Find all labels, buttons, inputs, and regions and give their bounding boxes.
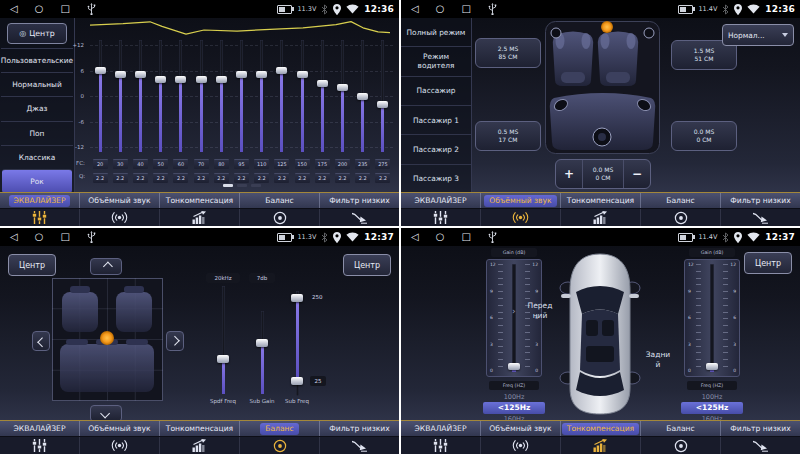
home-icon[interactable]: ○ [436, 232, 445, 242]
surround-mode-item[interactable]: Полный режим [401, 18, 471, 46]
fader-up-button[interactable] [90, 258, 122, 275]
surround-mode-item[interactable]: Пассажир 1 [401, 105, 471, 134]
eq-band-thumb[interactable] [357, 93, 368, 100]
eq-band-thumb[interactable] [155, 76, 166, 83]
front-left-delay-button[interactable]: 2.5 MS 85 CM [475, 38, 541, 68]
surround-mode-item[interactable]: Пассажир [401, 76, 471, 105]
balance-center-left-button[interactable]: Центр [8, 254, 56, 276]
freq-option[interactable]: <125Hz [681, 402, 743, 414]
eq-band-thumb[interactable] [256, 71, 267, 78]
eq-band-thumb[interactable] [236, 71, 247, 78]
eq-band-thumb[interactable] [175, 76, 186, 83]
balance-left-button[interactable] [32, 331, 50, 351]
eq-band-slider[interactable] [312, 40, 332, 152]
preset-item[interactable]: Джаз [1, 96, 73, 120]
rear-right-delay-button[interactable]: 0.0 MS 0 CM [671, 121, 737, 151]
lowpass-icon[interactable] [319, 437, 399, 454]
freq-option[interactable]: <125Hz [483, 402, 545, 414]
eq-band-slider[interactable] [292, 40, 312, 152]
tab-surround[interactable]: Объёмный звук [480, 193, 560, 208]
eq-band-slider[interactable] [211, 40, 231, 152]
tab-balance[interactable]: Баланс [640, 193, 720, 208]
page-dash[interactable] [223, 184, 233, 187]
delay-decrease-button[interactable]: − [624, 160, 650, 188]
tab-equalizer[interactable]: ЭКВАЛАЙЗЕР [0, 193, 79, 208]
tab-balance[interactable]: Баланс [239, 193, 319, 208]
rear-gain-slider[interactable]: 121299663300 [684, 259, 740, 377]
loudness-icon[interactable] [560, 437, 640, 454]
surround-mode-item[interactable]: Пассажир 2 [401, 134, 471, 163]
tab-balance[interactable]: Баланс [239, 421, 319, 436]
recents-icon[interactable]: □ [60, 4, 69, 14]
balance-icon[interactable] [239, 437, 319, 454]
balance-right-button[interactable] [166, 331, 184, 351]
freq-option[interactable]: 100Hz [702, 392, 723, 402]
tab-loudness[interactable]: Тонкомпенсация [560, 193, 640, 208]
delay-increase-button[interactable]: + [556, 160, 582, 188]
loudness-center-button[interactable]: Центр [744, 252, 792, 274]
lowpass-icon[interactable] [720, 437, 800, 454]
back-icon[interactable]: ◁ [10, 4, 18, 14]
eq-band-slider[interactable] [231, 40, 251, 152]
eq-band-slider[interactable] [373, 40, 393, 152]
surround-mode-item[interactable]: Пассажир 3 [401, 164, 471, 193]
eq-band-slider[interactable] [151, 40, 171, 152]
eq-band-thumb[interactable] [337, 84, 348, 91]
preset-item[interactable]: Рок [2, 169, 72, 193]
eq-band-slider[interactable] [171, 40, 191, 152]
loudness-icon[interactable] [560, 209, 640, 226]
tab-lowpass[interactable]: Фильтр низких [319, 421, 399, 436]
home-icon[interactable]: ○ [35, 232, 44, 242]
page-dash[interactable] [237, 184, 247, 187]
eq-band-slider[interactable] [130, 40, 150, 152]
recents-icon[interactable]: □ [461, 4, 470, 14]
tab-surround[interactable]: Объёмный звук [79, 421, 159, 436]
surround-icon[interactable] [480, 437, 560, 454]
back-icon[interactable]: ◁ [411, 232, 419, 242]
surround-icon[interactable] [79, 437, 159, 454]
back-icon[interactable]: ◁ [411, 4, 419, 14]
home-icon[interactable]: ○ [35, 4, 44, 14]
page-dash[interactable] [251, 184, 261, 187]
eq-band-thumb[interactable] [196, 76, 207, 83]
tab-lowpass[interactable]: Фильтр низких [720, 421, 800, 436]
surround-icon[interactable] [79, 209, 159, 226]
sub-freq-max-thumb[interactable] [291, 294, 303, 302]
eq-band-thumb[interactable] [276, 67, 287, 74]
equalizer-icon[interactable] [0, 437, 79, 454]
eq-band-thumb[interactable] [317, 80, 328, 87]
sub-freq-min-thumb[interactable] [291, 377, 303, 385]
tab-lowpass[interactable]: Фильтр низких [720, 193, 800, 208]
eq-band-slider[interactable] [191, 40, 211, 152]
balance-icon[interactable] [640, 437, 720, 454]
eq-band-slider[interactable] [252, 40, 272, 152]
tab-balance[interactable]: Баланс [640, 421, 720, 436]
tab-loudness[interactable]: Тонкомпенсация [560, 421, 640, 436]
eq-band-slider[interactable] [110, 40, 130, 152]
equalizer-icon[interactable] [401, 437, 480, 454]
eq-band-thumb[interactable] [377, 101, 388, 108]
recents-icon[interactable]: □ [461, 232, 470, 242]
tab-surround[interactable]: Объёмный звук [79, 193, 159, 208]
tab-loudness[interactable]: Тонкомпенсация [159, 193, 239, 208]
equalizer-icon[interactable] [0, 209, 79, 226]
eq-band-slider[interactable] [353, 40, 373, 152]
sub-gain-slider-thumb[interactable] [256, 339, 268, 347]
eq-center-button[interactable]: ◎ Центр [7, 23, 67, 44]
tab-equalizer[interactable]: ЭКВАЛАЙЗЕР [401, 193, 480, 208]
preset-item[interactable]: Пользовательские [1, 48, 73, 72]
balance-center-right-button[interactable]: Центр [343, 254, 391, 276]
back-icon[interactable]: ◁ [10, 232, 18, 242]
spdf-slider-thumb[interactable] [217, 355, 229, 363]
eq-band-thumb[interactable] [95, 67, 106, 74]
lowpass-icon[interactable] [319, 209, 399, 226]
eq-band-slider[interactable] [332, 40, 352, 152]
eq-band-slider[interactable] [90, 40, 110, 152]
loudness-icon[interactable] [159, 437, 239, 454]
tab-surround[interactable]: Объёмный звук [480, 421, 560, 436]
preset-item[interactable]: Нормальный [1, 72, 73, 96]
balance-icon[interactable] [239, 209, 319, 226]
preset-item[interactable]: Классика [1, 145, 73, 169]
eq-band-thumb[interactable] [297, 71, 308, 78]
balance-icon[interactable] [640, 209, 720, 226]
